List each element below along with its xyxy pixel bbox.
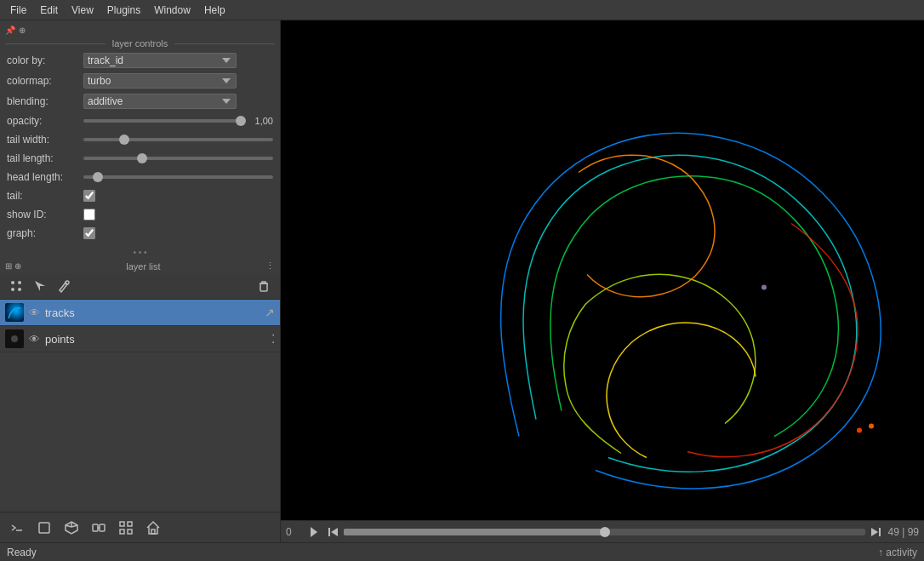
tracks-visibility-icon[interactable]: 👁 (29, 306, 40, 319)
blending-label: blending: (7, 95, 83, 107)
tail-row: tail: (0, 186, 280, 205)
layer-list-panel: ⊞ ⊕ layer list ⋮ (0, 259, 280, 512)
grid-btn[interactable] (114, 516, 138, 540)
opacity-value: 1,00 (249, 116, 273, 126)
left-panel: 📌 ⊕ layer controls color by: track_id fr… (0, 20, 281, 542)
menu-edit[interactable]: Edit (33, 3, 65, 18)
tail-width-row: tail width: (0, 130, 280, 149)
show-id-row: show ID: (0, 205, 280, 224)
arrow-tool-btn[interactable] (29, 276, 51, 296)
svg-rect-14 (100, 524, 105, 531)
tail-length-row: tail length: (0, 149, 280, 168)
layer-list-icons-left: ⊞ ⊕ (5, 261, 21, 271)
tail-width-slider[interactable] (83, 138, 273, 141)
main-canvas[interactable] (281, 20, 924, 520)
svg-point-2 (11, 288, 14, 291)
svg-rect-28 (879, 528, 881, 536)
goto-end-btn[interactable] (869, 524, 884, 540)
graph-checkbox[interactable] (83, 227, 95, 239)
delete-layer-btn[interactable] (253, 276, 275, 296)
color-by-row: color by: track_id frame label (0, 50, 280, 71)
svg-rect-16 (120, 522, 124, 526)
svg-marker-27 (331, 528, 338, 536)
square-btn[interactable] (32, 516, 56, 540)
bottom-toolbar (0, 512, 280, 542)
visualization-canvas (281, 20, 924, 520)
select-tool-btn[interactable] (5, 276, 27, 296)
start-frame: 0 (286, 526, 303, 538)
frame-counter: 49 | 99 (887, 526, 919, 538)
tracks-thumbnail (5, 303, 24, 322)
svg-rect-9 (39, 523, 49, 533)
head-length-label: head length: (7, 171, 83, 183)
head-length-slider[interactable] (83, 175, 273, 179)
layer-list-header: ⊞ ⊕ layer list ⋮ (0, 259, 280, 273)
menu-window[interactable]: Window (147, 3, 197, 18)
status-bar: Ready ↑ activity (0, 542, 924, 561)
svg-marker-29 (871, 528, 878, 536)
menu-help[interactable]: Help (197, 3, 232, 18)
layer-list-menu-icon[interactable]: ⋮ (265, 260, 275, 272)
graph-label: graph: (7, 227, 83, 239)
menubar: File Edit View Plugins Window Help (0, 0, 924, 20)
points-layer-name: points (45, 333, 266, 346)
opacity-label: opacity: (7, 115, 83, 127)
timeline-track[interactable] (344, 529, 865, 535)
points-type-icon: ⁚ (271, 332, 275, 346)
expand-icon[interactable]: ⊕ (19, 26, 26, 35)
svg-point-1 (18, 281, 21, 284)
console-btn[interactable] (5, 516, 29, 540)
layer-row-points[interactable]: 👁 points ⁚ (0, 326, 280, 352)
layer-row-tracks[interactable]: 👁 tracks ↗ (0, 300, 280, 326)
layer-controls-panel: 📌 ⊕ layer controls color by: track_id fr… (0, 20, 280, 246)
activity-label: ↑ activity (878, 547, 917, 558)
tail-length-label: tail length: (7, 152, 83, 164)
show-id-checkbox[interactable] (83, 209, 95, 220)
svg-rect-17 (128, 522, 132, 526)
cube-btn[interactable] (60, 516, 83, 540)
svg-marker-25 (311, 527, 317, 537)
svg-rect-20 (151, 530, 155, 534)
svg-rect-18 (120, 530, 124, 534)
svg-line-11 (66, 525, 71, 527)
opacity-slider[interactable] (83, 119, 246, 123)
layer-controls-header: layer controls (0, 37, 280, 50)
svg-point-5 (66, 281, 69, 284)
opacity-row: opacity: 1,00 (0, 112, 280, 130)
divider-dots: • • • (0, 246, 280, 259)
play-btn[interactable] (306, 524, 322, 540)
points-thumbnail (5, 329, 24, 348)
current-frame: 49 (887, 526, 898, 538)
home-btn[interactable] (141, 516, 165, 540)
svg-point-23 (857, 428, 862, 433)
menu-plugins[interactable]: Plugins (100, 3, 147, 18)
svg-line-12 (71, 525, 77, 527)
upload-btn[interactable] (87, 516, 111, 540)
canvas-area: 0 49 | 99 (281, 20, 924, 542)
tracks-type-icon: ↗ (265, 306, 275, 319)
paint-tool-btn[interactable] (53, 276, 75, 296)
tail-length-slider[interactable] (83, 157, 273, 160)
activity-section[interactable]: ↑ activity (878, 547, 917, 558)
svg-point-22 (761, 285, 767, 290)
pin-icon[interactable]: 📌 (5, 26, 15, 35)
svg-rect-19 (128, 530, 132, 534)
menu-view[interactable]: View (65, 3, 100, 18)
head-length-row: head length: (0, 168, 280, 186)
color-by-select[interactable]: track_id frame label (83, 53, 237, 68)
main-content: 📌 ⊕ layer controls color by: track_id fr… (0, 20, 924, 542)
menu-file[interactable]: File (3, 3, 33, 18)
colormap-select[interactable]: turbo viridis jet gray (83, 73, 237, 89)
blending-select[interactable]: additive opaque translucent (83, 94, 237, 109)
timeline-thumb (600, 527, 610, 537)
step-back-btn[interactable] (325, 524, 340, 540)
svg-marker-4 (35, 281, 45, 291)
svg-rect-26 (328, 528, 330, 536)
tail-width-label: tail width: (7, 134, 83, 146)
points-visibility-icon[interactable]: 👁 (29, 333, 40, 346)
svg-point-7 (11, 335, 18, 342)
svg-rect-13 (93, 524, 98, 531)
end-frame: 99 (908, 526, 919, 538)
playback-bar: 0 49 | 99 (281, 520, 924, 542)
tail-checkbox[interactable] (83, 190, 95, 202)
